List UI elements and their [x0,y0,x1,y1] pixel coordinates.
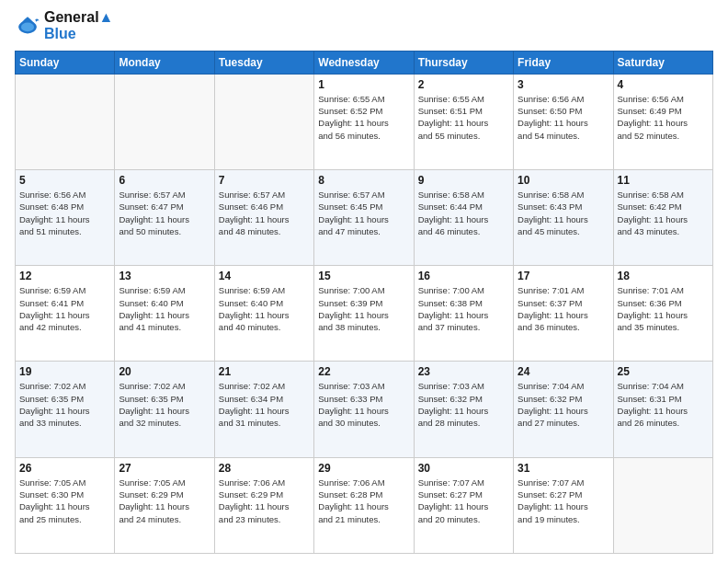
day-number: 28 [219,462,310,475]
day-info: Sunrise: 6:59 AM Sunset: 6:40 PM Dayligh… [119,284,210,333]
calendar-day-cell: 5Sunrise: 6:56 AM Sunset: 6:48 PM Daylig… [16,170,115,266]
day-number: 8 [318,174,409,187]
day-info: Sunrise: 6:56 AM Sunset: 6:48 PM Dayligh… [19,189,110,237]
day-number: 30 [418,462,509,475]
day-number: 24 [518,365,609,378]
weekday-header-friday: Friday [514,51,613,74]
day-number: 6 [119,174,210,187]
day-info: Sunrise: 6:58 AM Sunset: 6:43 PM Dayligh… [518,189,609,237]
day-info: Sunrise: 6:57 AM Sunset: 6:45 PM Dayligh… [318,189,409,237]
day-number: 12 [19,270,110,282]
calendar-day-cell: 28Sunrise: 7:06 AM Sunset: 6:29 PM Dayli… [214,457,313,553]
calendar-week-row: 26Sunrise: 7:05 AM Sunset: 6:30 PM Dayli… [16,457,713,553]
day-info: Sunrise: 7:05 AM Sunset: 6:29 PM Dayligh… [119,477,210,525]
day-number: 4 [618,78,709,91]
calendar-day-cell: 16Sunrise: 7:00 AM Sunset: 6:38 PM Dayli… [414,266,513,362]
day-info: Sunrise: 7:02 AM Sunset: 6:35 PM Dayligh… [19,380,110,429]
calendar-day-cell: 9Sunrise: 6:58 AM Sunset: 6:44 PM Daylig… [414,170,513,266]
day-info: Sunrise: 6:58 AM Sunset: 6:44 PM Dayligh… [418,189,509,237]
day-info: Sunrise: 7:07 AM Sunset: 6:27 PM Dayligh… [518,477,609,525]
calendar-empty-cell [115,74,214,169]
calendar-day-cell: 10Sunrise: 6:58 AM Sunset: 6:43 PM Dayli… [514,170,613,266]
calendar-day-cell: 7Sunrise: 6:57 AM Sunset: 6:46 PM Daylig… [214,170,313,266]
calendar-day-cell: 4Sunrise: 6:56 AM Sunset: 6:49 PM Daylig… [613,74,712,169]
calendar-day-cell: 23Sunrise: 7:03 AM Sunset: 6:32 PM Dayli… [414,362,513,457]
weekday-header-wednesday: Wednesday [314,51,414,74]
day-number: 13 [119,270,210,282]
calendar-day-cell: 25Sunrise: 7:04 AM Sunset: 6:31 PM Dayli… [613,362,712,457]
day-info: Sunrise: 6:58 AM Sunset: 6:42 PM Dayligh… [618,189,709,237]
day-info: Sunrise: 7:06 AM Sunset: 6:29 PM Dayligh… [219,477,310,525]
day-number: 23 [418,365,509,378]
day-info: Sunrise: 6:59 AM Sunset: 6:41 PM Dayligh… [19,284,110,333]
logo-icon [15,13,40,39]
day-number: 1 [318,78,409,91]
weekday-header-monday: Monday [115,51,214,74]
day-info: Sunrise: 7:02 AM Sunset: 6:35 PM Dayligh… [119,380,210,429]
day-info: Sunrise: 6:55 AM Sunset: 6:51 PM Dayligh… [418,93,509,142]
day-info: Sunrise: 7:03 AM Sunset: 6:32 PM Dayligh… [418,380,509,429]
calendar-day-cell: 20Sunrise: 7:02 AM Sunset: 6:35 PM Dayli… [115,362,214,457]
calendar-day-cell: 17Sunrise: 7:01 AM Sunset: 6:37 PM Dayli… [514,266,613,362]
logo-text: General▲ Blue [44,9,113,43]
calendar-day-cell: 6Sunrise: 6:57 AM Sunset: 6:47 PM Daylig… [115,170,214,266]
header: General▲ Blue [15,9,713,43]
day-number: 18 [618,270,709,282]
day-number: 15 [318,270,409,282]
calendar-day-cell: 29Sunrise: 7:06 AM Sunset: 6:28 PM Dayli… [314,457,414,553]
day-number: 2 [418,78,509,91]
day-number: 5 [19,174,110,187]
calendar-day-cell: 31Sunrise: 7:07 AM Sunset: 6:27 PM Dayli… [514,457,613,553]
logo: General▲ Blue [15,9,113,43]
calendar-day-cell: 15Sunrise: 7:00 AM Sunset: 6:39 PM Dayli… [314,266,414,362]
day-info: Sunrise: 7:02 AM Sunset: 6:34 PM Dayligh… [219,380,310,429]
day-info: Sunrise: 7:00 AM Sunset: 6:38 PM Dayligh… [418,284,509,333]
calendar-day-cell: 27Sunrise: 7:05 AM Sunset: 6:29 PM Dayli… [115,457,214,553]
calendar-day-cell: 24Sunrise: 7:04 AM Sunset: 6:32 PM Dayli… [514,362,613,457]
day-info: Sunrise: 7:04 AM Sunset: 6:31 PM Dayligh… [618,380,709,429]
calendar-day-cell: 19Sunrise: 7:02 AM Sunset: 6:35 PM Dayli… [16,362,115,457]
calendar-day-cell: 14Sunrise: 6:59 AM Sunset: 6:40 PM Dayli… [214,266,313,362]
day-number: 17 [518,270,609,282]
day-number: 16 [418,270,509,282]
day-number: 29 [318,462,409,475]
day-number: 31 [518,462,609,475]
day-info: Sunrise: 7:04 AM Sunset: 6:32 PM Dayligh… [518,380,609,429]
calendar-day-cell: 18Sunrise: 7:01 AM Sunset: 6:36 PM Dayli… [613,266,712,362]
day-number: 22 [318,365,409,378]
weekday-header-saturday: Saturday [613,51,712,74]
calendar-empty-cell [613,457,712,553]
day-number: 7 [219,174,310,187]
weekday-header-tuesday: Tuesday [214,51,313,74]
weekday-header-sunday: Sunday [16,51,115,74]
calendar-day-cell: 11Sunrise: 6:58 AM Sunset: 6:42 PM Dayli… [613,170,712,266]
svg-point-1 [21,23,34,32]
calendar-day-cell: 2Sunrise: 6:55 AM Sunset: 6:51 PM Daylig… [414,74,513,169]
day-info: Sunrise: 7:00 AM Sunset: 6:39 PM Dayligh… [318,284,409,333]
calendar-day-cell: 1Sunrise: 6:55 AM Sunset: 6:52 PM Daylig… [314,74,414,169]
calendar-day-cell: 22Sunrise: 7:03 AM Sunset: 6:33 PM Dayli… [314,362,414,457]
day-info: Sunrise: 6:56 AM Sunset: 6:49 PM Dayligh… [618,93,709,142]
calendar-empty-cell [16,74,115,169]
calendar-week-row: 19Sunrise: 7:02 AM Sunset: 6:35 PM Dayli… [16,362,713,457]
day-info: Sunrise: 6:57 AM Sunset: 6:47 PM Dayligh… [119,189,210,237]
weekday-header-thursday: Thursday [414,51,513,74]
day-number: 9 [418,174,509,187]
day-info: Sunrise: 7:01 AM Sunset: 6:37 PM Dayligh… [518,284,609,333]
day-number: 21 [219,365,310,378]
day-info: Sunrise: 6:59 AM Sunset: 6:40 PM Dayligh… [219,284,310,333]
day-info: Sunrise: 6:56 AM Sunset: 6:50 PM Dayligh… [518,93,609,142]
calendar-day-cell: 8Sunrise: 6:57 AM Sunset: 6:45 PM Daylig… [314,170,414,266]
calendar-empty-cell [214,74,313,169]
calendar-week-row: 1Sunrise: 6:55 AM Sunset: 6:52 PM Daylig… [16,74,713,169]
calendar-day-cell: 21Sunrise: 7:02 AM Sunset: 6:34 PM Dayli… [214,362,313,457]
calendar-day-cell: 3Sunrise: 6:56 AM Sunset: 6:50 PM Daylig… [514,74,613,169]
day-number: 11 [618,174,709,187]
page: General▲ Blue SundayMondayTuesdayWednesd… [0,0,728,563]
day-number: 19 [19,365,110,378]
day-number: 3 [518,78,609,91]
day-info: Sunrise: 7:07 AM Sunset: 6:27 PM Dayligh… [418,477,509,525]
day-info: Sunrise: 7:05 AM Sunset: 6:30 PM Dayligh… [19,477,110,525]
calendar-header-row: SundayMondayTuesdayWednesdayThursdayFrid… [16,51,713,74]
day-number: 20 [119,365,210,378]
